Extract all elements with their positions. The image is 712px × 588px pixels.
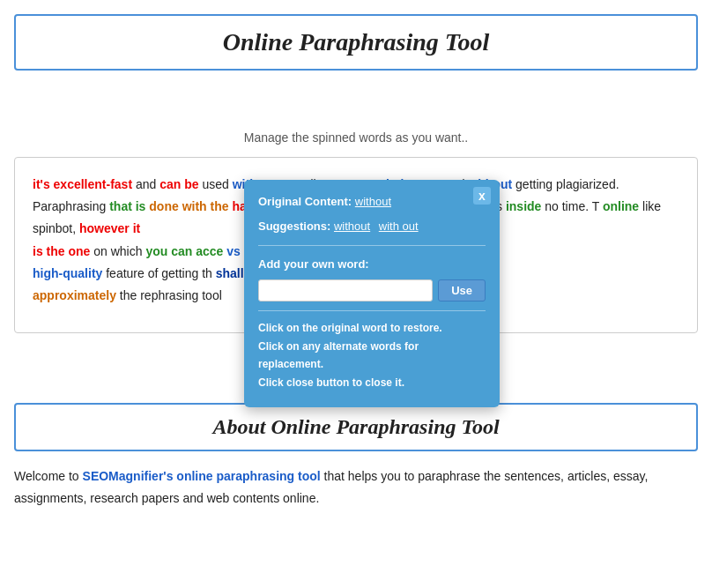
word-online[interactable]: online: [603, 199, 639, 213]
word-you-can[interactable]: you can acce: [145, 244, 223, 258]
popup-add-row: Use: [258, 279, 486, 301]
popup-original-word[interactable]: without: [355, 195, 391, 208]
popup-original-row: Original Content: without: [258, 192, 486, 212]
popup-add-label: Add your own word:: [258, 255, 486, 274]
about-title-box: About Online Paraphrasing Tool: [14, 403, 698, 451]
steps-subtitle: Manage the spinned words as you want..: [14, 130, 698, 145]
word-however-it[interactable]: however it: [79, 221, 140, 235]
main-title-box: Online Paraphrasing Tool: [14, 14, 698, 71]
word-can-be[interactable]: can be: [159, 177, 198, 191]
popup-add-input[interactable]: [258, 279, 433, 301]
popup-suggestion-1[interactable]: without: [334, 220, 370, 233]
popup-close-button[interactable]: x: [473, 187, 491, 205]
about-text: Welcome to SEOMagnifier's online paraphr…: [14, 465, 698, 510]
about-title: About Online Paraphrasing Tool: [25, 415, 687, 439]
steps-bar: Duplicate Article Processing Paraphrasin…: [14, 86, 698, 120]
step-suggestions[interactable]: Paraphrasing Suggestions: [313, 86, 511, 120]
about-brand: SEOMagnifier's online paraphrasing tool: [83, 469, 321, 483]
popup-divider-2: [258, 310, 486, 311]
word-high-quality[interactable]: high-quality: [33, 266, 102, 280]
step-suggestions-label: Paraphrasing Suggestions: [313, 86, 511, 120]
about-intro: Welcome to: [14, 469, 83, 483]
popup-suggestions-label: Suggestions:: [258, 220, 330, 233]
word-excellent-fast[interactable]: it's excellent-fast: [33, 177, 132, 191]
popup-use-button[interactable]: Use: [438, 279, 486, 301]
popup-divider: [258, 245, 486, 246]
popup-instruction-1: Click on the original word to restore.: [258, 320, 486, 337]
word-inside[interactable]: inside: [506, 199, 541, 213]
step-unique[interactable]: Unique Article: [511, 86, 636, 120]
popup-suggestion-2[interactable]: with out: [379, 220, 419, 233]
word-ws[interactable]: vs: [226, 244, 241, 258]
popup-inner: x Original Content: without Suggestions:…: [244, 180, 500, 407]
popup-original-label: Original Content:: [258, 195, 352, 208]
word-approximately[interactable]: approximately: [33, 288, 116, 302]
word-that-is[interactable]: that is: [109, 199, 145, 213]
step-unique-label: Unique Article: [511, 86, 636, 120]
popup-instruction-3: Click close button to close it.: [258, 375, 486, 391]
main-title: Online Paraphrasing Tool: [25, 28, 687, 56]
page-wrapper: Online Paraphrasing Tool Duplicate Artic…: [0, 0, 712, 524]
suggestion-popup: x Original Content: without Suggestions:…: [244, 180, 500, 407]
content-area: it's excellent-fast and can be used with…: [14, 157, 698, 333]
step-duplicate[interactable]: Duplicate Article: [75, 86, 204, 120]
popup-suggestions-row: Suggestions: without with out: [258, 217, 486, 236]
step-duplicate-label: Duplicate Article: [75, 86, 204, 120]
word-is-the-one[interactable]: is the one: [33, 244, 90, 258]
popup-instructions: Click on the original word to restore. C…: [258, 320, 486, 391]
word-done-with[interactable]: done with the: [149, 199, 228, 213]
step-processing[interactable]: Processing: [204, 86, 312, 120]
popup-instruction-2: Click on any alternate words for replace…: [258, 339, 486, 372]
step-processing-label: Processing: [204, 86, 312, 120]
